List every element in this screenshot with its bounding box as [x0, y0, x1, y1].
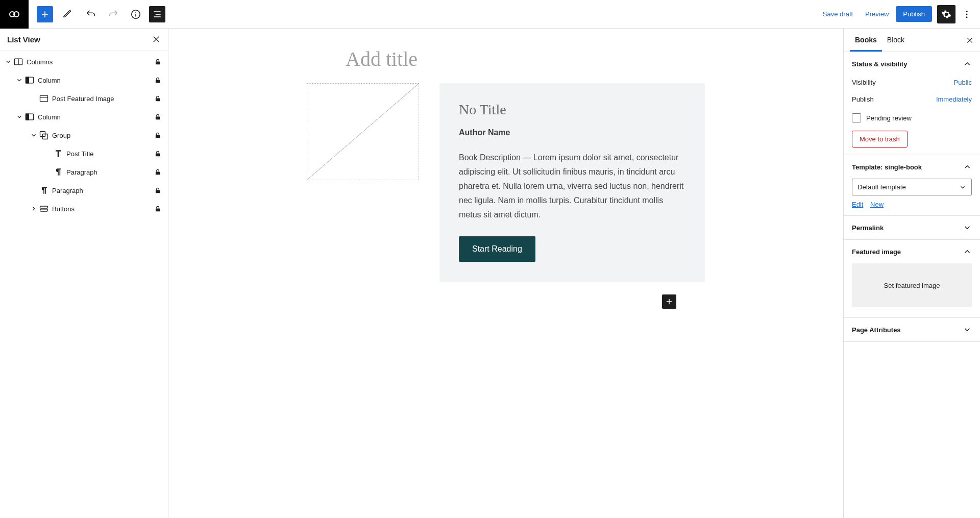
columns-icon	[13, 57, 23, 67]
tree-label: Post Title	[66, 150, 153, 158]
checkbox-label: Pending review	[866, 114, 912, 122]
tree-label: Buttons	[52, 205, 153, 213]
section-title: Permalink	[852, 224, 884, 232]
visibility-label: Visibility	[852, 79, 876, 86]
template-edit-link[interactable]: Edit	[852, 201, 863, 208]
chevron-up-icon	[963, 247, 972, 256]
template-select[interactable]: Default template	[852, 179, 972, 195]
publish-button[interactable]: Publish	[896, 6, 932, 22]
buttons-icon	[39, 204, 49, 214]
svg-rect-15	[156, 61, 160, 64]
block-tree: Columns Column Post Featured Image	[0, 51, 168, 220]
settings-button[interactable]	[937, 5, 955, 23]
top-toolbar: Save draft Preview Publish	[0, 0, 980, 29]
paragraph-icon	[39, 185, 49, 195]
section-featured-toggle[interactable]: Featured image	[852, 247, 972, 256]
svg-rect-30	[156, 190, 160, 193]
author-name[interactable]: Author Name	[459, 128, 685, 137]
chevron-down-icon[interactable]	[29, 132, 39, 139]
close-icon[interactable]	[963, 33, 977, 47]
section-title: Featured image	[852, 248, 901, 256]
undo-button[interactable]	[82, 5, 100, 23]
lock-icon	[153, 132, 163, 139]
section-status-toggle[interactable]: Status & visibility	[852, 59, 972, 68]
lock-icon	[153, 168, 163, 176]
lock-icon	[153, 113, 163, 120]
svg-rect-7	[154, 16, 160, 17]
chevron-down-icon[interactable]	[14, 77, 24, 84]
lock-icon	[153, 150, 163, 157]
section-attrs-toggle[interactable]: Page Attributes	[852, 325, 972, 334]
svg-point-10	[966, 16, 968, 18]
section-permalink-toggle[interactable]: Permalink	[852, 223, 972, 232]
paragraph-icon	[53, 167, 63, 177]
more-menu-button[interactable]	[958, 5, 976, 23]
section-template: Template: single-book Default template E…	[844, 155, 980, 216]
tree-label: Group	[52, 132, 153, 139]
info-button[interactable]	[127, 5, 145, 23]
svg-rect-31	[40, 206, 48, 208]
tree-label: Post Featured Image	[52, 95, 153, 103]
template-new-link[interactable]: New	[870, 201, 884, 208]
section-title: Status & visibility	[852, 60, 907, 68]
publish-label: Publish	[852, 95, 874, 103]
list-view-toggle[interactable]	[149, 6, 165, 22]
chevron-down-icon	[963, 325, 972, 334]
site-logo[interactable]	[0, 0, 29, 29]
tree-row-post-title[interactable]: Post Title	[0, 144, 168, 163]
svg-rect-33	[156, 208, 160, 211]
tree-row-group[interactable]: Group	[0, 126, 168, 144]
add-block-button[interactable]	[37, 6, 53, 22]
section-title: Template: single-book	[852, 163, 922, 171]
tree-row-columns[interactable]: Columns	[0, 53, 168, 71]
pending-review-checkbox[interactable]: Pending review	[852, 113, 972, 122]
tab-books[interactable]: Books	[850, 29, 882, 52]
svg-rect-5	[154, 11, 160, 12]
chevron-down-icon[interactable]	[3, 58, 13, 65]
svg-point-9	[966, 13, 968, 15]
lock-icon	[153, 58, 163, 65]
template-selected: Default template	[857, 183, 906, 191]
section-template-toggle[interactable]: Template: single-book	[852, 162, 972, 171]
start-reading-button[interactable]: Start Reading	[459, 236, 535, 262]
save-draft-button[interactable]: Save draft	[818, 6, 858, 22]
visibility-value[interactable]: Public	[954, 79, 972, 86]
column-icon	[24, 112, 35, 122]
lock-icon	[153, 95, 163, 102]
svg-rect-19	[40, 95, 48, 102]
settings-panel: Books Block Status & visibility Visibili…	[843, 29, 980, 518]
svg-rect-32	[40, 209, 48, 211]
edit-mode-button[interactable]	[59, 5, 78, 23]
tree-row-featured-image[interactable]: Post Featured Image	[0, 89, 168, 108]
tree-label: Paragraph	[52, 187, 153, 194]
list-view-title: List View	[7, 35, 40, 44]
chevron-right-icon[interactable]	[29, 205, 39, 212]
tree-row-paragraph[interactable]: Paragraph	[0, 181, 168, 200]
tree-row-column[interactable]: Column	[0, 71, 168, 89]
set-featured-image-button[interactable]: Set featured image	[852, 263, 972, 307]
move-to-trash-button[interactable]: Move to trash	[852, 131, 908, 147]
editor-canvas: Add title No Title Author Name Book Desc…	[168, 29, 843, 518]
tree-label: Paragraph	[66, 168, 153, 176]
redo-button[interactable]	[104, 5, 122, 23]
tree-row-buttons[interactable]: Buttons	[0, 200, 168, 218]
close-icon[interactable]	[152, 35, 161, 44]
tree-row-column[interactable]: Column	[0, 108, 168, 126]
svg-rect-23	[26, 114, 29, 120]
lock-icon	[153, 77, 163, 84]
publish-value[interactable]: Immediately	[936, 95, 972, 103]
tab-block[interactable]: Block	[882, 29, 910, 52]
book-info-group: No Title Author Name Book Description — …	[439, 83, 705, 282]
book-description[interactable]: Book Description — Lorem ipsum dolor sit…	[459, 151, 685, 222]
chevron-up-icon	[963, 162, 972, 171]
section-title: Page Attributes	[852, 326, 901, 334]
section-page-attributes: Page Attributes	[844, 318, 980, 342]
featured-image-placeholder[interactable]	[307, 83, 419, 180]
preview-button[interactable]: Preview	[860, 6, 894, 22]
chevron-down-icon[interactable]	[14, 113, 24, 120]
checkbox-icon[interactable]	[852, 113, 861, 122]
tree-row-paragraph[interactable]: Paragraph	[0, 163, 168, 181]
post-title-input[interactable]: Add title	[346, 47, 705, 71]
append-block-button[interactable]	[662, 294, 676, 309]
book-title[interactable]: No Title	[459, 102, 685, 118]
